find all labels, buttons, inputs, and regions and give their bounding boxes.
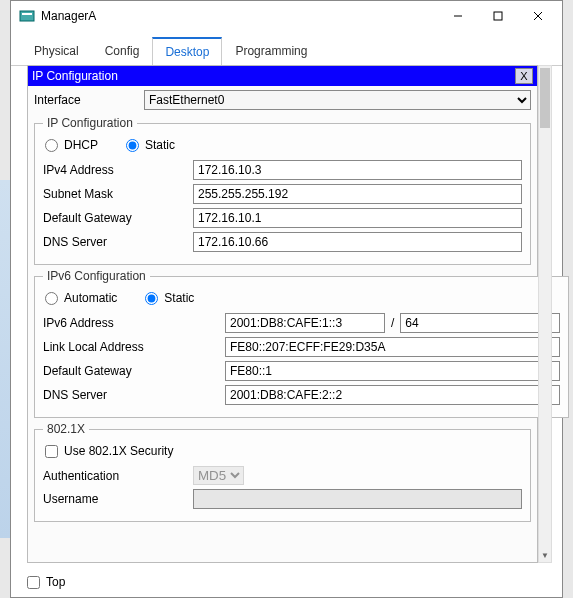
ipv4-dhcp-option[interactable]: DHCP — [45, 138, 98, 152]
panel-title: IP Configuration — [32, 69, 515, 83]
ipv4-gateway-input[interactable] — [193, 208, 522, 228]
titlebar: ManagerA — [11, 1, 562, 31]
top-label: Top — [46, 575, 65, 589]
dot1x-use-checkbox[interactable] — [45, 445, 58, 458]
dot1x-use-row: Use 802.1X Security — [45, 444, 522, 458]
svg-rect-1 — [22, 13, 32, 15]
minimize-button[interactable] — [438, 2, 478, 30]
ipv6-legend: IPv6 Configuration — [43, 269, 150, 283]
scroll-down-icon[interactable]: ▼ — [539, 548, 551, 562]
vertical-scrollbar[interactable]: ▲ ▼ — [538, 65, 552, 563]
ipv6-static-radio[interactable] — [145, 292, 158, 305]
ipv4-dns-input[interactable] — [193, 232, 522, 252]
dot1x-use-label: Use 802.1X Security — [64, 444, 173, 458]
ipv4-address-label: IPv4 Address — [43, 163, 193, 177]
ipv6-prefix-input[interactable] — [400, 313, 560, 333]
ipv6-static-option[interactable]: Static — [145, 291, 194, 305]
app-icon — [19, 8, 35, 24]
ipv6-gateway-input[interactable] — [225, 361, 560, 381]
dot1x-auth-select: MD5 — [193, 466, 244, 485]
ipv6-auto-radio[interactable] — [45, 292, 58, 305]
top-checkbox[interactable] — [27, 576, 40, 589]
ipv6-dns-label: DNS Server — [43, 388, 225, 402]
background-decoration — [0, 180, 10, 538]
ipv6-static-label: Static — [164, 291, 194, 305]
ipv6-fieldset: IPv6 Configuration Automatic Static IPv6… — [34, 269, 569, 418]
tab-config[interactable]: Config — [92, 37, 153, 65]
prefix-separator: / — [391, 316, 394, 330]
ipv6-address-input[interactable] — [225, 313, 385, 333]
ipv4-fieldset: IP Configuration DHCP Static IPv4 Addres… — [34, 116, 531, 265]
ipv6-address-label: IPv6 Address — [43, 316, 225, 330]
app-window: ManagerA Physical Config Desktop Program… — [10, 0, 563, 598]
link-local-label: Link Local Address — [43, 340, 225, 354]
panel-header: IP Configuration X — [28, 66, 537, 86]
ipv4-dhcp-radio[interactable] — [45, 139, 58, 152]
ipv4-static-option[interactable]: Static — [126, 138, 175, 152]
interface-select[interactable]: FastEthernet0 — [144, 90, 531, 110]
link-local-input[interactable] — [225, 337, 560, 357]
ipv4-gateway-label: Default Gateway — [43, 211, 193, 225]
close-button[interactable] — [518, 2, 558, 30]
tab-bar: Physical Config Desktop Programming — [11, 31, 562, 66]
ipv6-auto-label: Automatic — [64, 291, 117, 305]
ipv4-static-label: Static — [145, 138, 175, 152]
maximize-button[interactable] — [478, 2, 518, 30]
panel-close-button[interactable]: X — [515, 68, 533, 84]
scroll-thumb[interactable] — [540, 68, 550, 128]
dot1x-user-input — [193, 489, 522, 509]
dot1x-user-label: Username — [43, 492, 193, 506]
ipv4-dns-label: DNS Server — [43, 235, 193, 249]
subnet-mask-label: Subnet Mask — [43, 187, 193, 201]
ipv6-auto-option[interactable]: Automatic — [45, 291, 117, 305]
ipv4-address-input[interactable] — [193, 160, 522, 180]
ipv4-dhcp-label: DHCP — [64, 138, 98, 152]
ipv6-mode-row: Automatic Static — [45, 291, 560, 305]
dot1x-fieldset: 802.1X Use 802.1X Security Authenticatio… — [34, 422, 531, 522]
dot1x-auth-label: Authentication — [43, 469, 193, 483]
dot1x-legend: 802.1X — [43, 422, 89, 436]
window-title: ManagerA — [41, 9, 438, 23]
tab-desktop[interactable]: Desktop — [152, 37, 222, 66]
ipv4-static-radio[interactable] — [126, 139, 139, 152]
interface-label: Interface — [34, 93, 144, 107]
ipv4-mode-row: DHCP Static — [45, 138, 522, 152]
ipv6-dns-input[interactable] — [225, 385, 560, 405]
svg-rect-3 — [494, 12, 502, 20]
svg-rect-0 — [20, 11, 34, 21]
ipv4-legend: IP Configuration — [43, 116, 137, 130]
tab-physical[interactable]: Physical — [21, 37, 92, 65]
tab-programming[interactable]: Programming — [222, 37, 320, 65]
interface-row: Interface FastEthernet0 — [28, 86, 537, 114]
footer: Top — [27, 575, 65, 589]
content-panel: IP Configuration X Interface FastEtherne… — [27, 65, 538, 563]
subnet-mask-input[interactable] — [193, 184, 522, 204]
ipv6-gateway-label: Default Gateway — [43, 364, 225, 378]
